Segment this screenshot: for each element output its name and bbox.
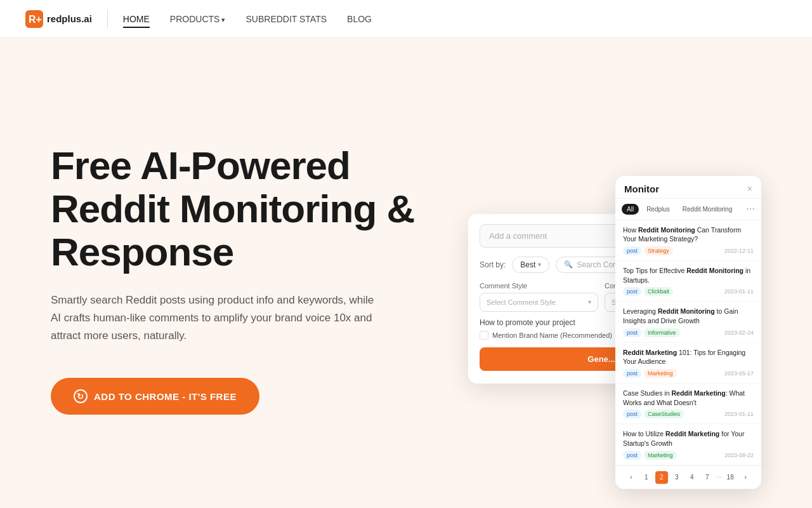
chrome-icon	[74, 389, 88, 403]
monitor-panel: Monitor × All Redplus Reddit Monitoring …	[615, 176, 761, 489]
monitor-tab-redplus[interactable]: Redplus	[641, 204, 675, 215]
tag-post: post	[623, 287, 641, 296]
comment-style-group: Comment Style Select Comment Style	[480, 282, 598, 312]
tag-marketing-green: Marketing	[644, 451, 677, 460]
cta-label: ADD TO CHROME - IT'S FREE	[94, 391, 237, 402]
monitor-item-title: Top Tips for Effective Reddit Monitoring…	[623, 266, 754, 284]
comment-style-select[interactable]: Select Comment Style	[480, 293, 598, 312]
page-dots: ···	[716, 474, 721, 481]
monitor-date: 2023-01-11	[724, 288, 754, 295]
monitor-item-title: How to Utilize Reddit Marketing for Your…	[623, 429, 754, 448]
monitor-item-title: Case Studies in Reddit Marketing: What W…	[623, 389, 754, 407]
monitor-item-title: How Reddit Monitoring Can Transform Your…	[623, 225, 754, 244]
tag-informative: Informative	[644, 328, 680, 337]
page-next[interactable]: ›	[739, 471, 752, 484]
monitor-item: Top Tips for Effective Reddit Monitoring…	[615, 261, 761, 302]
monitor-date: 2023-02-24	[724, 330, 754, 336]
tag-strategy: Strategy	[644, 246, 673, 255]
comment-style-label: Comment Style	[480, 282, 598, 290]
monitor-tabs-more[interactable]: ⋯	[746, 204, 755, 214]
monitor-date: 2023-05-17	[724, 370, 754, 377]
nav-links: HOME PRODUCTS SUBREDDIT STATS BLOG	[123, 13, 372, 25]
monitor-item: Leveraging Reddit Monitoring to Gain Ins…	[615, 302, 761, 342]
monitor-tab-reddit-monitoring[interactable]: Reddit Monitoring	[678, 204, 737, 215]
sort-select[interactable]: Best	[512, 257, 549, 273]
page-1[interactable]: 1	[640, 471, 653, 484]
monitor-item-meta: post Marketing 2023-08-22	[623, 451, 754, 460]
monitor-item: Case Studies in Reddit Marketing: What W…	[615, 384, 761, 424]
nav-divider	[107, 10, 108, 29]
page-prev[interactable]: ‹	[625, 471, 638, 484]
monitor-item-meta: post CaseStudies 2023-01-11	[623, 410, 754, 418]
monitor-item: Reddit Marketing 101: Tips for Engaging …	[615, 343, 761, 384]
monitor-header: Monitor ×	[615, 176, 761, 199]
hero-title: Free AI-Powered Reddit Monitoring & Resp…	[51, 144, 442, 274]
monitor-list: How Reddit Monitoring Can Transform Your…	[615, 220, 761, 465]
monitor-item-meta: post Strategy 2022-12-11	[623, 246, 754, 255]
hero-content: Free AI-Powered Reddit Monitoring & Resp…	[51, 144, 442, 415]
page-4[interactable]: 4	[686, 471, 698, 484]
add-to-chrome-button[interactable]: ADD TO CHROME - IT'S FREE	[51, 378, 259, 415]
monitor-tab-all[interactable]: All	[622, 204, 639, 215]
search-icon: 🔍	[564, 260, 573, 269]
page-18[interactable]: 18	[724, 471, 737, 484]
monitor-date: 2023-08-22	[724, 452, 754, 458]
monitor-close-button[interactable]: ×	[747, 184, 752, 194]
nav-home[interactable]: HOME	[123, 14, 150, 28]
comment-style-placeholder: Select Comment Style	[487, 298, 556, 306]
hero-section: Free AI-Powered Reddit Monitoring & Resp…	[0, 38, 812, 508]
monitor-date: 2023-01-11	[724, 411, 754, 417]
logo-icon: R+	[25, 10, 43, 28]
monitor-item-meta: post Marketing 2023-05-17	[623, 369, 754, 378]
monitor-item: How to Utilize Reddit Marketing for Your…	[615, 424, 761, 465]
nav-blog[interactable]: BLOG	[347, 14, 372, 27]
tag-post: post	[623, 451, 641, 460]
tag-clickbait: Clickbait	[644, 287, 673, 296]
monitor-date: 2022-12-11	[724, 248, 754, 254]
mention-brand-label: Mention Brand Name (Recommended)	[492, 331, 612, 339]
tag-post: post	[623, 246, 641, 255]
page-2[interactable]: 2	[655, 471, 668, 484]
svg-text:R+: R+	[29, 14, 42, 25]
monitor-tabs: All Redplus Reddit Monitoring ⋯	[615, 199, 761, 220]
navbar: R+ redplus.ai HOME PRODUCTS SUBREDDIT ST…	[0, 0, 812, 38]
monitor-item-title: Reddit Marketing 101: Tips for Engaging …	[623, 348, 754, 366]
monitor-item: How Reddit Monitoring Can Transform Your…	[615, 220, 761, 261]
sort-label: Sort by:	[480, 260, 506, 269]
monitor-title: Monitor	[624, 184, 659, 194]
nav-products[interactable]: PRODUCTS	[170, 14, 226, 27]
page-7[interactable]: 7	[701, 471, 714, 484]
monitor-pagination: ‹ 1 2 3 4 7 ··· 18 ›	[615, 465, 761, 489]
hero-visual: Add a comment Sort by: Best 🔍 Search Com…	[442, 176, 761, 384]
monitor-item-title: Leveraging Reddit Monitoring to Gain Ins…	[623, 307, 754, 325]
logo[interactable]: R+ redplus.ai	[25, 10, 92, 28]
monitor-item-meta: post Clickbait 2023-01-11	[623, 287, 754, 296]
logo-text: redplus.ai	[47, 13, 92, 24]
nav-subreddit-stats[interactable]: SUBREDDIT STATS	[246, 14, 327, 27]
page-3[interactable]: 3	[671, 471, 683, 484]
tag-post: post	[623, 328, 641, 337]
tag-post: post	[623, 369, 641, 378]
tag-marketing: Marketing	[644, 369, 677, 378]
tag-casestudies: CaseStudies	[644, 410, 684, 418]
checkbox[interactable]	[480, 331, 488, 340]
monitor-item-meta: post Informative 2023-02-24	[623, 328, 754, 337]
hero-subtitle: Smartly search Reddit posts using produc…	[51, 291, 381, 345]
tag-post: post	[623, 410, 641, 418]
